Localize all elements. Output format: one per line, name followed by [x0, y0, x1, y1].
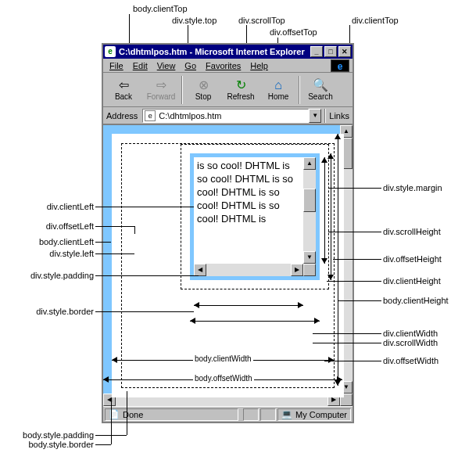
menu-favorites[interactable]: Favorites [202, 61, 244, 70]
leader [95, 253, 134, 254]
arrow-icon [327, 153, 334, 159]
minimize-button[interactable]: _ [310, 46, 323, 57]
div-scrollbar-vertical[interactable]: ▲ ▼ [303, 157, 316, 264]
ie-logo-icon: e [331, 59, 349, 72]
computer-icon: 💻 [281, 409, 292, 419]
dim-div-clientheight [324, 157, 325, 264]
leader [95, 207, 194, 207]
forward-arrow-icon: ⇨ [156, 78, 166, 92]
menu-view[interactable]: View [154, 61, 179, 70]
status-cell [243, 408, 259, 421]
menu-go[interactable]: Go [181, 61, 199, 70]
address-value: C:\dhtmlpos.htm [159, 111, 221, 120]
arrow-icon [335, 380, 341, 386]
label-div-offsetleft: div.offsetLeft [27, 221, 94, 231]
leader [111, 399, 112, 444]
dim-div-clientwidth [194, 305, 303, 306]
separator [324, 109, 326, 123]
dim-body-clientheight [338, 134, 338, 386]
status-main: 📄 Done [105, 408, 238, 421]
addressbar: Address e C:\dhtmlpos.htm ▼ Links [103, 107, 353, 124]
scroll-thumb[interactable] [303, 189, 316, 212]
home-button[interactable]: ⌂ Home [259, 74, 297, 106]
arrow-icon [327, 275, 334, 280]
label-body-style-border: body.style.border [0, 440, 94, 449]
search-icon: 🔍 [313, 78, 328, 92]
div-scrollarea: is so cool! DHTML is so cool! DHTML is s… [194, 157, 303, 264]
leader [327, 281, 381, 282]
viewport: ▲ ▼ ◀ ▶ is so cool! DHTML is so cool! DH… [103, 124, 353, 406]
dim-label-body-clientwidth: body.clientWidth [193, 354, 253, 363]
leader [328, 232, 381, 232]
label-body-clientleft: body.clientLeft [16, 237, 94, 246]
status-zone: 💻 My Computer [277, 408, 351, 421]
refresh-icon: ↻ [236, 78, 246, 92]
links-label[interactable]: Links [329, 111, 349, 120]
stop-label: Stop [195, 92, 212, 101]
arrow-icon [194, 302, 199, 308]
leader [333, 259, 381, 260]
dim-div-offsetheight [331, 153, 331, 280]
forward-button[interactable]: ⇨ Forward [142, 74, 180, 106]
status-zone-label: My Computer [295, 410, 347, 419]
home-label: Home [268, 92, 289, 101]
titlebar: e C:\dhtmlpos.htm - Microsoft Internet E… [103, 45, 353, 59]
refresh-label: Refresh [227, 92, 254, 101]
search-button[interactable]: 🔍 Search [302, 74, 339, 106]
dim-div-offsetwidth [190, 321, 320, 322]
menu-file[interactable]: File [106, 61, 127, 70]
label-div-style-padding: div.style.padding [8, 271, 94, 280]
address-dropdown-button[interactable]: ▼ [309, 109, 321, 123]
label-div-clientleft: div.clientLeft [27, 202, 94, 211]
leader [328, 188, 381, 189]
div-scrollbar-horizontal[interactable]: ◀ ▶ [194, 264, 316, 276]
label-body-clienttop: body.clientTop [133, 4, 188, 13]
scroll-up-button[interactable]: ▲ [303, 157, 316, 170]
back-button[interactable]: ⇦ Back [105, 74, 142, 106]
leader [127, 391, 127, 435]
status-cell [260, 408, 276, 421]
back-label: Back [115, 92, 132, 101]
label-div-style-margin: div.style.margin [383, 183, 442, 192]
leader [95, 275, 199, 276]
stop-button[interactable]: ⊗ Stop [184, 74, 222, 106]
stop-icon: ⊗ [199, 78, 209, 92]
arrow-icon [190, 318, 195, 324]
label-body-style-padding: body.style.padding [0, 430, 94, 440]
leader [313, 333, 381, 334]
status-done: Done [123, 410, 143, 419]
browser-window: e C:\dhtmlpos.htm - Microsoft Internet E… [102, 43, 354, 423]
scroll-down-button[interactable]: ▼ [303, 251, 316, 264]
close-button[interactable]: ✕ [338, 46, 351, 57]
search-label: Search [308, 92, 333, 101]
label-div-clientheight: div.clientHeight [383, 276, 441, 286]
menu-edit[interactable]: Edit [130, 61, 151, 70]
leader [338, 300, 381, 301]
leader [324, 361, 381, 361]
scroll-corner [303, 264, 316, 276]
label-body-clientheight: body.clientHeight [383, 296, 449, 305]
label-div-scrolltop: div.scrollTop [238, 16, 285, 25]
menu-help[interactable]: Help [247, 61, 271, 70]
leader [95, 226, 134, 227]
scroll-left-button[interactable]: ◀ [194, 264, 206, 276]
label-div-clienttop: div.clientTop [352, 16, 399, 25]
arrow-icon [112, 357, 117, 363]
refresh-button[interactable]: ↻ Refresh [222, 74, 259, 106]
scroll-right-button[interactable]: ▶ [291, 264, 303, 276]
address-input[interactable]: e C:\dhtmlpos.htm [142, 109, 309, 123]
arrow-icon [298, 302, 303, 308]
label-div-offsettop: div.offsetTop [270, 27, 317, 37]
forward-label: Forward [147, 92, 176, 101]
app-icon: e [105, 46, 116, 57]
maximize-button[interactable]: □ [324, 46, 337, 57]
arrow-icon [321, 157, 327, 163]
toolbar: ⇦ Back ⇨ Forward ⊗ Stop ↻ Refresh ⌂ Home… [103, 73, 353, 107]
div-border-box: is so cool! DHTML is so cool! DHTML is s… [190, 153, 320, 280]
window-title: C:\dhtmlpos.htm - Microsoft Internet Exp… [119, 47, 305, 56]
leader [95, 311, 194, 312]
leader [95, 242, 111, 243]
arrow-icon [314, 318, 320, 324]
arrow-icon [328, 357, 334, 363]
arrow-icon [321, 258, 327, 264]
